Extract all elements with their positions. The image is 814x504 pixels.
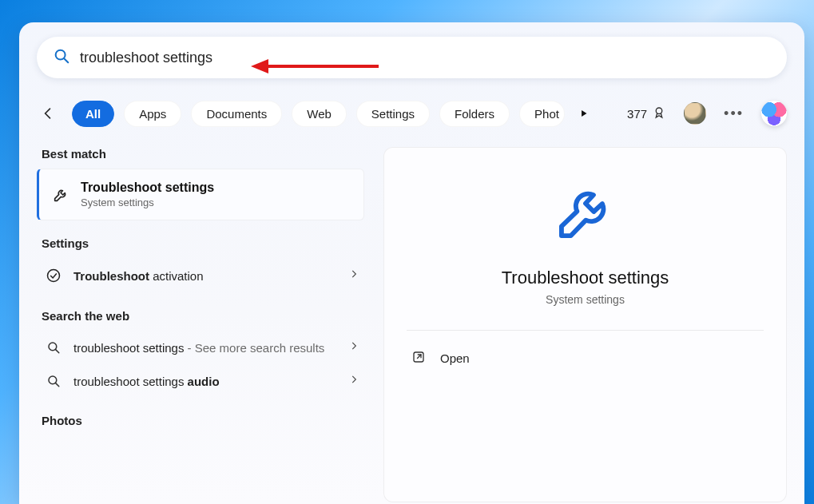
more-filters-icon[interactable]	[574, 104, 594, 123]
best-match-subtitle: System settings	[81, 196, 214, 208]
copilot-icon[interactable]	[761, 101, 787, 126]
filter-pills: All Apps Documents Web Settings Folders …	[72, 101, 565, 127]
filter-web[interactable]: Web	[292, 101, 347, 127]
search-input[interactable]	[80, 50, 771, 66]
more-menu-icon[interactable]: •••	[724, 105, 744, 122]
open-label: Open	[440, 351, 470, 365]
medal-icon	[652, 105, 666, 122]
preview-title: Troubleshoot settings	[502, 268, 669, 288]
web-item-troubleshoot-settings-audio[interactable]: troubleshoot settings audio	[37, 364, 364, 398]
search-web-group: Search the web troubleshoot settings - S…	[37, 309, 364, 398]
search-web-heading: Search the web	[42, 309, 364, 323]
search-icon	[45, 374, 62, 388]
filter-row: All Apps Documents Web Settings Folders …	[37, 97, 787, 129]
best-match-item[interactable]: Troubleshoot settings System settings	[37, 169, 364, 220]
wrench-icon	[550, 177, 621, 250]
avatar[interactable]	[684, 102, 706, 125]
filter-apps[interactable]: Apps	[124, 101, 181, 127]
best-match-heading: Best match	[42, 147, 364, 161]
search-panel: All Apps Documents Web Settings Folders …	[19, 22, 804, 504]
filter-folders[interactable]: Folders	[439, 101, 510, 127]
chevron-right-icon	[348, 374, 359, 388]
best-match-group: Best match Troubleshoot settings System …	[37, 147, 364, 220]
open-external-icon	[411, 350, 426, 367]
chevron-right-icon	[348, 268, 359, 283]
photos-group: Photos	[37, 414, 364, 427]
search-icon	[45, 340, 62, 355]
search-icon	[53, 47, 70, 68]
chevron-right-icon	[348, 340, 359, 355]
filter-documents[interactable]: Documents	[191, 101, 282, 127]
svg-point-5	[656, 108, 662, 114]
settings-item-label: Troubleshoot activation	[73, 269, 358, 283]
open-button[interactable]: Open	[407, 343, 764, 373]
web-item-troubleshoot-settings[interactable]: troubleshoot settings - See more search …	[37, 331, 364, 364]
rewards-points[interactable]: 377	[627, 105, 666, 122]
filter-settings[interactable]: Settings	[356, 101, 430, 127]
settings-group: Settings Troubleshoot activation	[37, 236, 364, 293]
back-button[interactable]	[37, 102, 59, 125]
wrench-icon	[52, 185, 69, 204]
settings-item-troubleshoot-activation[interactable]: Troubleshoot activation	[37, 258, 364, 293]
best-match-title: Troubleshoot settings	[81, 181, 214, 195]
web-item-label: troubleshoot settings - See more search …	[73, 341, 358, 355]
preview-subtitle: System settings	[546, 293, 625, 306]
results-left-column: Best match Troubleshoot settings System …	[37, 147, 364, 502]
photos-heading: Photos	[42, 414, 364, 427]
settings-heading: Settings	[42, 236, 364, 250]
rewards-points-value: 377	[627, 107, 647, 121]
svg-line-8	[56, 350, 59, 353]
filter-all[interactable]: All	[72, 101, 114, 127]
svg-marker-4	[582, 110, 586, 117]
svg-line-1	[64, 58, 68, 62]
result-preview-card: Troubleshoot settings System settings Op…	[383, 147, 787, 502]
header-right-cluster: 377 •••	[627, 97, 787, 129]
search-bar[interactable]	[37, 37, 787, 78]
svg-point-6	[48, 270, 60, 282]
divider	[407, 330, 764, 331]
filter-photos[interactable]: Phot	[519, 101, 565, 127]
web-item-label: troubleshoot settings audio	[73, 375, 358, 388]
check-circle-icon	[45, 268, 62, 284]
svg-line-10	[56, 383, 59, 387]
